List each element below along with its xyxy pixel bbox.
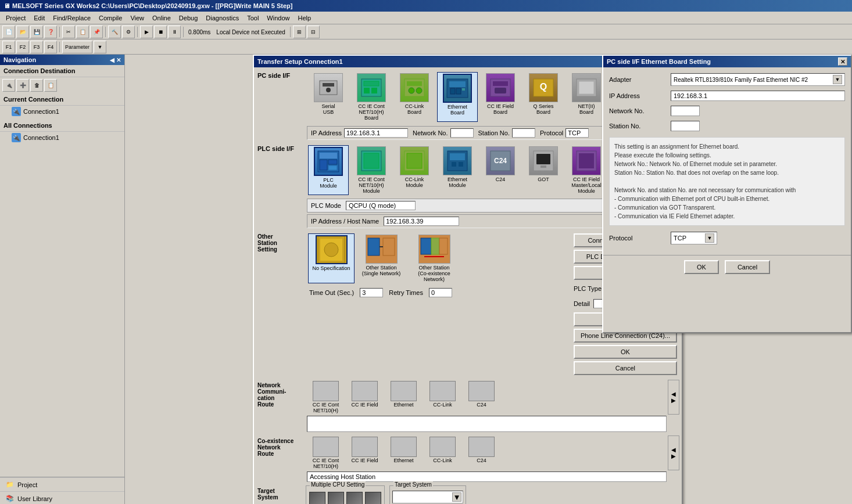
ethernet-dialog-footer: OK Cancel — [603, 255, 851, 279]
toolbar-stop[interactable]: ⏹ — [154, 26, 167, 38]
nav-btn3[interactable]: 🗑 — [30, 79, 43, 92]
coexist-ethernet[interactable]: Ethernet — [385, 437, 423, 469]
toolbar-open[interactable]: 📂 — [16, 26, 29, 38]
device-c24-plc[interactable]: C24 C24 — [480, 145, 521, 195]
device-got[interactable]: GOT — [523, 145, 564, 195]
coexist-cc-ie-field[interactable]: CC IE Field — [346, 437, 384, 469]
nav-btn1[interactable]: 🔌 — [2, 79, 15, 92]
toolbar-new[interactable]: 📄 — [2, 26, 15, 38]
cpu-icon-1[interactable]: 1 — [309, 492, 326, 504]
menu-debug[interactable]: Debug — [176, 13, 201, 23]
toolbar-save[interactable]: 💾 — [30, 26, 43, 38]
svg-rect-18 — [495, 88, 506, 93]
coexist-c24[interactable]: C24 — [463, 437, 500, 469]
menu-view[interactable]: View — [127, 13, 148, 23]
nav-btn4[interactable]: 📋 — [44, 79, 57, 92]
toolbar-cut[interactable]: ✂ — [62, 26, 75, 38]
route-cc-link[interactable]: CC-Link — [424, 381, 461, 413]
menu-help[interactable]: Help — [294, 13, 314, 23]
network-route-input-area[interactable] — [307, 416, 667, 432]
menu-project[interactable]: Project — [2, 13, 29, 23]
device-net-ii-board[interactable]: NET(II)Board — [566, 72, 607, 122]
network-no-input[interactable] — [450, 128, 474, 138]
target-system-combo[interactable]: ▼ — [392, 491, 463, 503]
eth-station-input[interactable] — [671, 121, 700, 131]
route-c24[interactable]: C24 — [463, 381, 500, 413]
menu-find-replace[interactable]: Find/Replace — [49, 13, 94, 23]
device-plc-module-label: PLCModule — [320, 177, 337, 189]
cpu-icon-2[interactable]: 2 — [327, 492, 345, 504]
toolbar-extra1[interactable]: ⊞ — [293, 26, 306, 38]
eth-ip-input[interactable] — [671, 91, 845, 101]
coexist-ethernet-box — [391, 437, 417, 457]
adapter-dropdown-arrow[interactable]: ▼ — [833, 75, 842, 84]
device-serial-usb[interactable]: SerialUSB — [308, 72, 349, 122]
nav-tab-user-library[interactable]: 📚 User Library — [0, 491, 124, 504]
other-station-single[interactable]: Other Station(Single Network) — [358, 233, 404, 283]
menu-tool[interactable]: Tool — [244, 13, 262, 23]
toolbar-copy[interactable]: 📋 — [76, 26, 89, 38]
eth-network-input[interactable] — [671, 106, 700, 116]
toolbar-r1[interactable]: F1 — [2, 41, 15, 53]
ip-host-input[interactable] — [384, 217, 459, 226]
device-cc-link-module[interactable]: CC-LinkModule — [394, 145, 435, 195]
toolbar-paste[interactable]: 📌 — [90, 26, 103, 38]
cpu-icon-3[interactable]: 3 — [346, 492, 363, 504]
coexist-nav[interactable]: ◀ ▶ — [668, 435, 679, 470]
ethernet-cancel-btn[interactable]: Cancel — [725, 260, 770, 274]
device-ethernet-board[interactable]: EthernetBoard — [437, 72, 478, 122]
menu-compile[interactable]: Compile — [95, 13, 126, 23]
toolbar-r4[interactable]: F4 — [44, 41, 57, 53]
protocol-dropdown-arrow[interactable]: ▼ — [705, 233, 714, 243]
menu-online[interactable]: Online — [149, 13, 174, 23]
other-station-coexist[interactable]: Other Station(Co-existence Network) — [408, 233, 460, 283]
device-plc-module[interactable]: PLCModule — [308, 145, 349, 195]
coexist-cc-ie-cont[interactable]: CC IE ContNET/10(H) — [307, 437, 345, 469]
station-no-input[interactable] — [512, 128, 535, 138]
menu-window[interactable]: Window — [263, 13, 293, 23]
toolbar-r3[interactable]: F3 — [30, 41, 43, 53]
route-cc-ie-field[interactable]: CC IE Field — [346, 381, 384, 413]
svg-point-50 — [324, 243, 338, 257]
device-q-series-board[interactable]: Q Q SeriesBoard — [523, 72, 564, 122]
toolbar-dropdown[interactable]: ▼ — [94, 41, 106, 53]
ok-btn-transfer[interactable]: OK — [574, 345, 677, 359]
cpu-icon-4[interactable]: 4 — [364, 492, 382, 504]
toolbar-build[interactable]: 🔨 — [108, 26, 121, 38]
device-cc-ie-cont-module[interactable]: CC IE ContNET/10(H)Module — [351, 145, 392, 195]
device-cc-ie-field-board[interactable]: CC IE FieldBoard — [480, 72, 521, 122]
timeout-input[interactable] — [360, 288, 383, 297]
toolbar-help[interactable]: ❓ — [44, 26, 57, 38]
toolbar-extra2[interactable]: ⊟ — [307, 26, 320, 38]
nav-tab-project[interactable]: 📁 Project — [0, 477, 124, 491]
device-cc-link-board[interactable]: CC-LinkBoard — [394, 72, 435, 122]
target-system-dropdown[interactable]: ▼ — [452, 492, 461, 502]
protocol-combo[interactable]: TCP ▼ — [671, 232, 717, 244]
coexist-cc-link[interactable]: CC-Link — [424, 437, 461, 469]
menu-diagnostics[interactable]: Diagnostics — [202, 13, 242, 23]
menu-edit[interactable]: Edit — [30, 13, 48, 23]
toolbar-pause[interactable]: ⏸ — [168, 26, 181, 38]
nav-tree-connection1-all[interactable]: 🔌 Connection1 — [0, 132, 124, 143]
toolbar-r2[interactable]: F2 — [16, 41, 29, 53]
device-cc-ie-field-ml[interactable]: CC IE FieldMaster/LocalModule — [566, 145, 607, 195]
route-cc-ie-cont[interactable]: CC IE ContNET/10(H) — [307, 381, 345, 413]
no-specification[interactable]: No Specification — [308, 233, 355, 283]
toolbar-run[interactable]: ▶ — [140, 26, 153, 38]
device-ethernet-img — [443, 74, 472, 103]
device-net-ii-img — [572, 73, 601, 102]
network-route-nav[interactable]: ◀ ▶ — [668, 380, 679, 415]
route-ethernet[interactable]: Ethernet — [385, 381, 423, 413]
toolbar-param[interactable]: Parameter — [62, 41, 92, 53]
device-cc-ie-cont-board[interactable]: CC IE ContNET/10(H)Board — [351, 72, 392, 122]
ethernet-dialog-close[interactable]: ✕ — [838, 57, 847, 66]
ethernet-ok-btn[interactable]: OK — [684, 260, 719, 274]
retry-input[interactable] — [429, 288, 452, 297]
ip-address-input[interactable] — [344, 128, 408, 138]
nav-tree-connection1-current[interactable]: 🔌 Connection1 — [0, 106, 124, 117]
toolbar-rebuild[interactable]: ⚙ — [122, 26, 135, 38]
device-ethernet-module[interactable]: EthernetModule — [437, 145, 478, 195]
adapter-combo[interactable]: Realtek RTL8139/810x Family Fast Etherne… — [671, 73, 845, 86]
cancel-btn-transfer[interactable]: Cancel — [574, 361, 677, 375]
nav-btn2[interactable]: ➕ — [16, 79, 29, 92]
